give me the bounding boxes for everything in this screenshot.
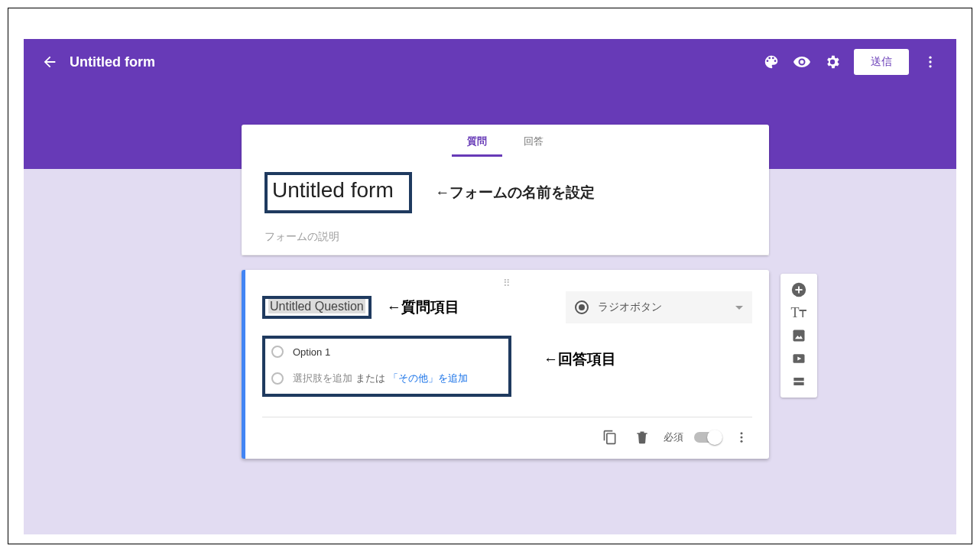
annotation-answer: ←回答項目 <box>544 349 616 369</box>
question-type-select[interactable]: ラジオボタン <box>566 291 752 323</box>
add-title-button[interactable]: Tᴛ <box>786 301 812 324</box>
question-type-label: ラジオボタン <box>598 300 662 314</box>
svg-point-5 <box>741 440 743 443</box>
form-title-input[interactable]: Untitled form <box>264 172 412 213</box>
trash-icon[interactable] <box>631 427 653 448</box>
annotation-question-title: ←質問項目 <box>387 297 459 317</box>
more-vert-icon[interactable] <box>731 427 752 448</box>
question-title-highlight: Untitled Question <box>262 296 372 319</box>
tab-questions[interactable]: 質問 <box>464 127 490 156</box>
form-title-card: 質問 回答 Untitled form ←フォームの名前を設定 フォームの説明 <box>242 125 769 255</box>
card-tabs: 質問 回答 <box>242 125 769 157</box>
drag-handle-icon[interactable]: ⠿ <box>262 278 752 287</box>
send-button[interactable]: 送信 <box>854 49 909 75</box>
copy-icon[interactable] <box>599 427 621 448</box>
add-option-row: 選択肢を追加 または 「その他」を追加 <box>271 372 502 385</box>
gear-icon[interactable] <box>817 47 848 77</box>
option-row-1[interactable]: Option 1 <box>271 346 502 358</box>
add-other-button[interactable]: 「その他」を追加 <box>388 372 468 385</box>
svg-rect-11 <box>793 378 803 381</box>
app-frame: Untitled form 送信 質問 回答 Untitled form <box>8 8 972 544</box>
svg-point-4 <box>741 437 743 439</box>
back-arrow-icon[interactable] <box>34 47 65 77</box>
side-toolbar: Tᴛ <box>780 274 817 398</box>
question-footer: 必須 <box>262 417 752 448</box>
svg-rect-7 <box>793 330 805 342</box>
form-title-header[interactable]: Untitled form <box>70 54 155 70</box>
add-section-button[interactable] <box>786 370 812 393</box>
add-question-button[interactable] <box>786 278 812 301</box>
svg-point-1 <box>929 60 931 63</box>
question-card: ⠿ Untitled Question ←質問項目 ラジオボタン Option … <box>242 270 769 459</box>
or-separator: または <box>355 372 385 385</box>
tab-responses[interactable]: 回答 <box>521 127 547 156</box>
required-toggle[interactable] <box>694 432 720 443</box>
preview-eye-icon[interactable] <box>787 47 817 77</box>
required-label: 必須 <box>664 430 683 444</box>
options-highlight-box: Option 1 選択肢を追加 または 「その他」を追加 <box>262 336 511 397</box>
add-option-button[interactable]: 選択肢を追加 <box>293 372 352 385</box>
add-image-button[interactable] <box>786 324 812 347</box>
chevron-down-icon <box>735 306 743 310</box>
svg-point-0 <box>929 57 931 59</box>
radio-icon <box>575 300 589 314</box>
option-1-label[interactable]: Option 1 <box>293 346 330 358</box>
palette-icon[interactable] <box>756 47 787 77</box>
more-vert-icon[interactable] <box>915 47 946 77</box>
form-description-input[interactable]: フォームの説明 <box>264 230 746 244</box>
radio-circle-icon <box>271 346 284 358</box>
add-video-button[interactable] <box>786 347 812 370</box>
svg-point-2 <box>929 65 931 67</box>
top-bar: Untitled form 送信 <box>24 39 956 85</box>
svg-point-3 <box>741 432 743 434</box>
question-title-input[interactable]: Untitled Question <box>268 299 365 313</box>
annotation-form-title: ←フォームの名前を設定 <box>435 184 595 200</box>
svg-rect-12 <box>793 382 803 385</box>
radio-circle-icon <box>271 372 284 385</box>
